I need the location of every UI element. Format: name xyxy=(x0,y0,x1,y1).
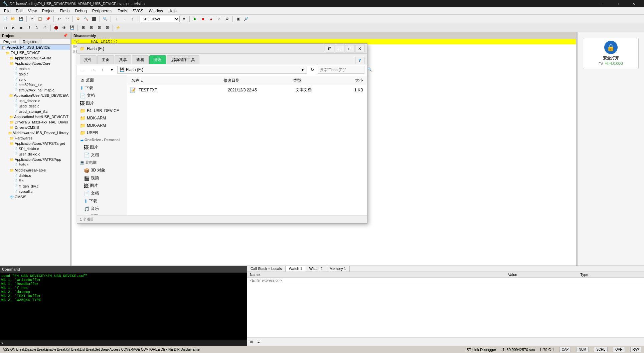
reset-icon[interactable]: ⏮ xyxy=(1,24,9,31)
dialog-tab-share[interactable]: 共享 xyxy=(115,55,131,64)
dialog-tab-home[interactable]: 主页 xyxy=(97,55,114,64)
file-dialog[interactable]: 📁 Flash (E:) ⊟ — □ ✕ 文件 主页 共享 查看 管理 启动程序… xyxy=(77,43,367,224)
tab-callstack[interactable]: Call Stack + Locals xyxy=(247,266,286,272)
layout3-icon[interactable]: ⊠ xyxy=(96,24,103,31)
tree-item-13[interactable]: 📁Application/User/USB_DEVICE/T xyxy=(0,114,70,119)
tree-item-6[interactable]: 📄spi.c xyxy=(0,77,70,82)
cut-icon[interactable]: ✂ xyxy=(28,15,36,23)
search-box[interactable]: 🔍 xyxy=(318,66,364,74)
tree-item-4[interactable]: 📄main.c xyxy=(0,66,70,71)
sidebar-pc-downloads[interactable]: ⬇ 下载 xyxy=(77,197,127,205)
watch-list-icon[interactable]: ≡ xyxy=(255,338,262,345)
stop-run-icon[interactable]: ■ xyxy=(199,15,207,23)
up-button[interactable]: ↑ xyxy=(99,66,107,74)
tree-item-16[interactable]: 📁Middlewares/USB_Device_Library xyxy=(0,130,70,135)
refresh-button[interactable]: ↻ xyxy=(308,66,316,74)
open-icon[interactable]: 📂 xyxy=(9,15,17,23)
dialog-tab-view[interactable]: 查看 xyxy=(132,55,149,64)
menu-view[interactable]: View xyxy=(25,7,39,15)
sidebar-mdkarm1[interactable]: 📁 MDK-ARM xyxy=(77,114,127,122)
col-header-date[interactable]: 修改日期 xyxy=(222,77,292,84)
watch-grid-icon[interactable]: ⊞ xyxy=(248,338,255,345)
tree-item-10[interactable]: 📄usb_device.c xyxy=(0,98,70,103)
tree-item-27[interactable]: 📄syscall.c xyxy=(0,189,70,194)
menu-project[interactable]: Project xyxy=(39,7,57,15)
save-icon[interactable]: 💾 xyxy=(17,15,25,23)
tree-item-23[interactable]: 📁Middlewares/FatFs xyxy=(0,167,70,173)
sidebar-pc-pictures[interactable]: 🖼 图片 xyxy=(77,182,127,190)
forward-button[interactable]: → xyxy=(89,66,97,74)
menu-debug[interactable]: Debug xyxy=(72,7,90,15)
tree-item-25[interactable]: 📄ff.c xyxy=(0,178,70,184)
step-over2-icon[interactable]: ⤵ xyxy=(33,24,41,31)
sidebar-pictures[interactable]: 🖼 图片 xyxy=(77,99,127,107)
search-input[interactable] xyxy=(320,68,366,72)
col-header-size[interactable]: 大小 xyxy=(339,77,364,84)
step-out2-icon[interactable]: ⤴ xyxy=(41,24,49,31)
tree-item-1[interactable]: 📁F4_USB_DEVICE xyxy=(0,50,70,55)
dialog-tab-manage[interactable]: 管理 xyxy=(149,55,166,64)
tab-watch1[interactable]: Watch 1 xyxy=(286,266,306,272)
panel-pin-icon[interactable]: 📌 xyxy=(63,33,68,38)
menu-flash[interactable]: Flash xyxy=(57,7,72,15)
tree-item-28[interactable]: 💎CMSIS xyxy=(0,194,70,200)
build-icon[interactable]: ⚙ xyxy=(74,15,82,23)
paste-icon[interactable]: 📌 xyxy=(44,15,52,23)
stop2-icon[interactable]: ⏹ xyxy=(17,24,25,31)
sidebar-desktop[interactable]: 🖥 桌面 xyxy=(77,76,127,84)
menu-peripherals[interactable]: Peripherals xyxy=(90,7,115,15)
copy-icon[interactable]: 📋 xyxy=(36,15,44,23)
rebuild-icon[interactable]: 🔨 xyxy=(83,15,90,23)
step-over-icon[interactable]: → xyxy=(121,15,128,23)
dialog-minimize-button[interactable]: — xyxy=(335,45,344,52)
sidebar-documents[interactable]: 📄 文档 xyxy=(77,92,127,99)
tree-item-17[interactable]: 📁Hardwares xyxy=(0,135,70,141)
dialog-tab-autorun[interactable]: 启动程序工具 xyxy=(167,55,199,64)
tree-item-12[interactable]: 📄usbd_storage_if.c xyxy=(0,109,70,114)
nav-path-bar[interactable]: 💾 Flash (E:) ▼ xyxy=(117,66,307,74)
nav-dropdown-arrow[interactable]: ▼ xyxy=(301,67,305,72)
sidebar-user[interactable]: 📁 USER xyxy=(77,129,127,136)
run-icon[interactable]: ▶ xyxy=(191,15,199,23)
run2-icon[interactable]: ▶ xyxy=(9,24,17,31)
tree-item-15[interactable]: 📁Drivers/CMSIS xyxy=(0,125,70,130)
watch-expr-cell[interactable] xyxy=(247,278,505,283)
layout1-icon[interactable]: ⊞ xyxy=(79,24,87,31)
tree-item-19[interactable]: 📄SPI_diskio.c xyxy=(0,146,70,151)
step-out-icon[interactable]: ↑ xyxy=(129,15,136,23)
tree-item-0[interactable]: 📋Project: F4_USB_DEVICE xyxy=(0,45,70,50)
tree-item-7[interactable]: 📄stm32f4xx_it.c xyxy=(0,82,70,87)
sidebar-pc-desktop[interactable]: 🖥 桌面 xyxy=(77,213,127,215)
sidebar-onedrive-pictures[interactable]: 🖼 图片 xyxy=(77,143,127,151)
sidebar-onedrive-docs[interactable]: 📄 文档 xyxy=(77,151,127,159)
tree-item-21[interactable]: 📁Application/User/FATFS/App xyxy=(0,157,70,162)
sidebar-pc-docs[interactable]: 📄 文档 xyxy=(77,190,127,197)
dialog-tab-file[interactable]: 文件 xyxy=(80,55,97,64)
dialog-maximize-button[interactable]: □ xyxy=(345,45,354,52)
sidebar-downloads[interactable]: ⬇ 下载 xyxy=(77,84,127,92)
more-icon[interactable]: ⚡ xyxy=(115,24,122,31)
sidebar-f4usb[interactable]: 📁 F4_USB_DEVICE xyxy=(77,107,127,114)
menu-tools[interactable]: Tools xyxy=(115,7,130,15)
dialog-options-icon[interactable]: ⊟ xyxy=(325,45,334,52)
step-into-icon[interactable]: ↓ xyxy=(113,15,120,23)
col-header-type[interactable]: 类型 xyxy=(292,77,339,84)
dialog-help-button[interactable]: ? xyxy=(355,57,364,64)
back-button[interactable]: ← xyxy=(80,66,88,74)
tab-memory1[interactable]: Memory 1 xyxy=(326,266,350,272)
menu-edit[interactable]: Edit xyxy=(13,7,25,15)
sidebar-music[interactable]: 🎵 音乐 xyxy=(77,205,127,213)
menu-help[interactable]: Help xyxy=(166,7,179,15)
settings-icon[interactable]: ⚙ xyxy=(223,15,231,23)
sidebar-3d[interactable]: 📦 3D 对象 xyxy=(77,166,127,174)
breakpoint2-icon[interactable]: ⬤ xyxy=(52,24,60,31)
watch-expression-input[interactable] xyxy=(250,278,503,282)
tree-item-8[interactable]: 📄stm32f4xx_hal_msp.c xyxy=(0,87,70,93)
tree-item-11[interactable]: 📄usbd_desc.c xyxy=(0,103,70,109)
memory-icon[interactable]: 💾 xyxy=(68,24,76,31)
stop-icon[interactable]: ⬛ xyxy=(91,15,98,23)
step-icon[interactable]: ⬇ xyxy=(25,24,33,31)
maximize-button[interactable]: □ xyxy=(610,0,625,7)
tree-item-22[interactable]: 📄fatfs.c xyxy=(0,162,70,167)
col-header-name[interactable]: 名称 ▲ xyxy=(130,77,222,84)
